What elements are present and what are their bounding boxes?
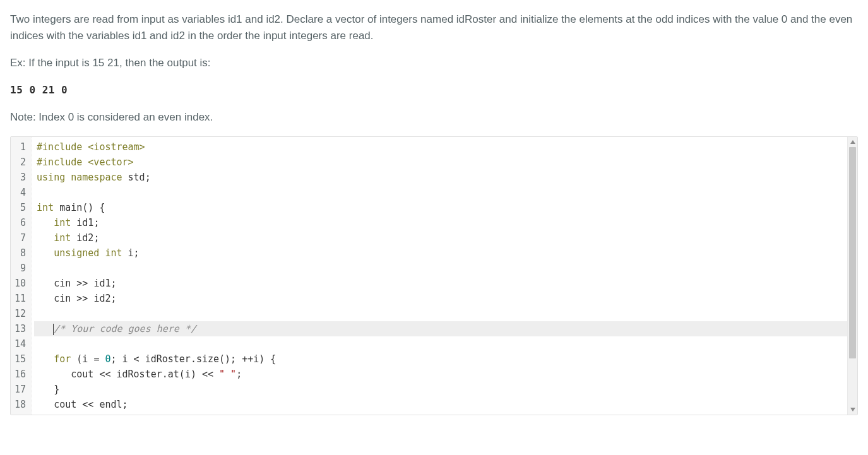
line-number: 13 <box>15 321 26 336</box>
line-number: 9 <box>15 261 26 276</box>
svg-marker-0 <box>850 140 855 144</box>
code-line[interactable]: int id1; <box>34 215 847 230</box>
code-line[interactable]: #include <vector> <box>34 155 847 170</box>
code-line[interactable] <box>34 261 847 276</box>
code-line[interactable]: for (i = 0; i < idRoster.size(); ++i) { <box>34 352 847 367</box>
scrollbar-track[interactable] <box>848 147 857 405</box>
code-line[interactable]: int main() { <box>34 200 847 215</box>
line-number: 6 <box>15 215 26 230</box>
code-line[interactable]: cout << endl; <box>34 397 847 412</box>
svg-marker-1 <box>850 408 855 411</box>
code-line[interactable]: #include <iostream> <box>34 139 847 155</box>
line-number: 8 <box>15 245 26 261</box>
scroll-up-icon[interactable] <box>848 137 857 147</box>
code-line[interactable]: } <box>34 382 847 397</box>
code-editor[interactable]: 123456789101112131415161718 #include <io… <box>10 136 858 415</box>
example-label: Ex: If the input is 15 21, then the outp… <box>10 55 858 71</box>
line-number: 1 <box>15 139 26 155</box>
code-line[interactable]: cin >> id2; <box>34 291 847 306</box>
line-number: 14 <box>15 336 26 352</box>
line-number: 2 <box>15 155 26 170</box>
scroll-down-icon[interactable] <box>848 405 857 415</box>
code-line[interactable]: unsigned int i; <box>34 245 847 261</box>
code-line[interactable] <box>34 336 847 352</box>
line-number-gutter: 123456789101112131415161718 <box>11 137 32 415</box>
line-number: 12 <box>15 306 26 321</box>
problem-note: Note: Index 0 is considered an even inde… <box>10 109 858 126</box>
line-number: 4 <box>15 185 26 200</box>
line-number: 18 <box>15 397 26 412</box>
line-number: 15 <box>15 352 26 367</box>
vertical-scrollbar[interactable] <box>847 137 857 415</box>
line-number: 5 <box>15 200 26 215</box>
line-number: 3 <box>15 170 26 185</box>
code-line[interactable]: int id2; <box>34 230 847 245</box>
example-output: 15 0 21 0 <box>10 83 858 98</box>
line-number: 7 <box>15 230 26 245</box>
code-line[interactable]: cin >> id1; <box>34 276 847 291</box>
code-area[interactable]: #include <iostream>#include <vector>usin… <box>32 137 847 415</box>
line-number: 17 <box>15 382 26 397</box>
code-line[interactable] <box>34 306 847 321</box>
code-line[interactable]: /* Your code goes here */ <box>34 321 847 336</box>
code-line[interactable] <box>34 185 847 200</box>
line-number: 16 <box>15 367 26 382</box>
code-line[interactable]: using namespace std; <box>34 170 847 185</box>
line-number: 11 <box>15 291 26 306</box>
line-number: 10 <box>15 276 26 291</box>
scrollbar-thumb[interactable] <box>849 147 856 358</box>
problem-description: Two integers are read from input as vari… <box>10 11 858 44</box>
code-line[interactable]: cout << idRoster.at(i) << " "; <box>34 367 847 382</box>
